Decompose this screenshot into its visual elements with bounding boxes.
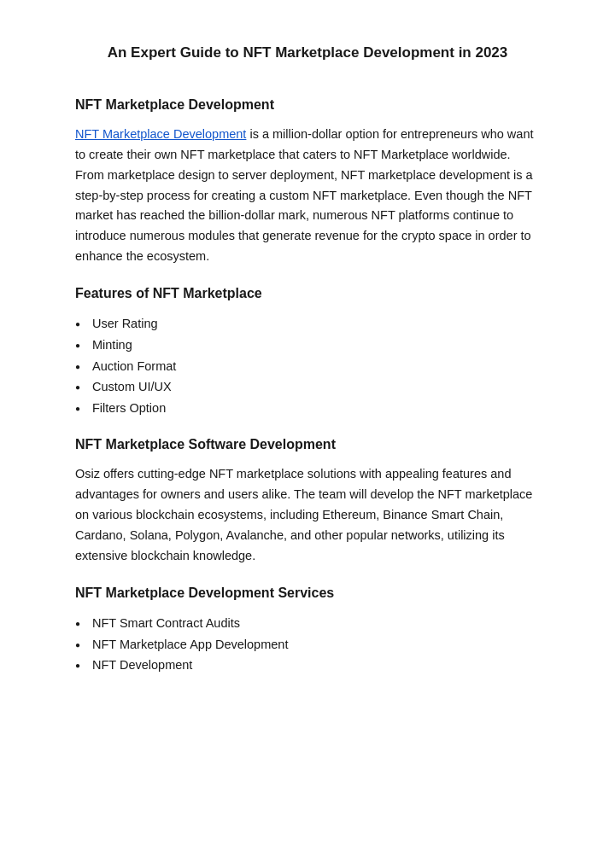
list-item: NFT Development [75, 655, 540, 676]
nft-marketplace-link[interactable]: NFT Marketplace Development [75, 127, 246, 141]
list-item: User Rating [75, 313, 540, 335]
development-services-list: NFT Smart Contract Audits NFT Marketplac… [75, 613, 540, 676]
section-heading-features: Features of NFT Marketplace [75, 286, 540, 301]
section-body-software-development: Osiz offers cutting-edge NFT marketplace… [75, 464, 540, 567]
section-features: Features of NFT Marketplace User Rating … [75, 286, 540, 418]
list-item: NFT Marketplace App Development [75, 634, 540, 655]
list-item: Custom UI/UX [75, 376, 540, 398]
list-item: Minting [75, 335, 540, 356]
list-item: Auction Format [75, 356, 540, 377]
section-heading-development-services: NFT Marketplace Development Services [75, 585, 540, 601]
body-text-after-link: is a million-dollar option for entrepren… [75, 127, 534, 264]
section-software-development: NFT Marketplace Software Development Osi… [75, 437, 540, 567]
section-heading-software-development: NFT Marketplace Software Development [75, 437, 540, 452]
page-container: An Expert Guide to NFT Marketplace Devel… [0, 0, 615, 746]
features-list: User Rating Minting Auction Format Custo… [75, 313, 540, 418]
section-development-services: NFT Marketplace Development Services NFT… [75, 585, 540, 676]
page-title: An Expert Guide to NFT Marketplace Devel… [75, 43, 540, 63]
section-heading-nft-marketplace: NFT Marketplace Development [75, 97, 540, 113]
list-item: Filters Option [75, 398, 540, 419]
list-item: NFT Smart Contract Audits [75, 613, 540, 634]
section-nft-marketplace-development: NFT Marketplace Development NFT Marketpl… [75, 97, 540, 267]
section-body-nft-marketplace: NFT Marketplace Development is a million… [75, 125, 540, 267]
